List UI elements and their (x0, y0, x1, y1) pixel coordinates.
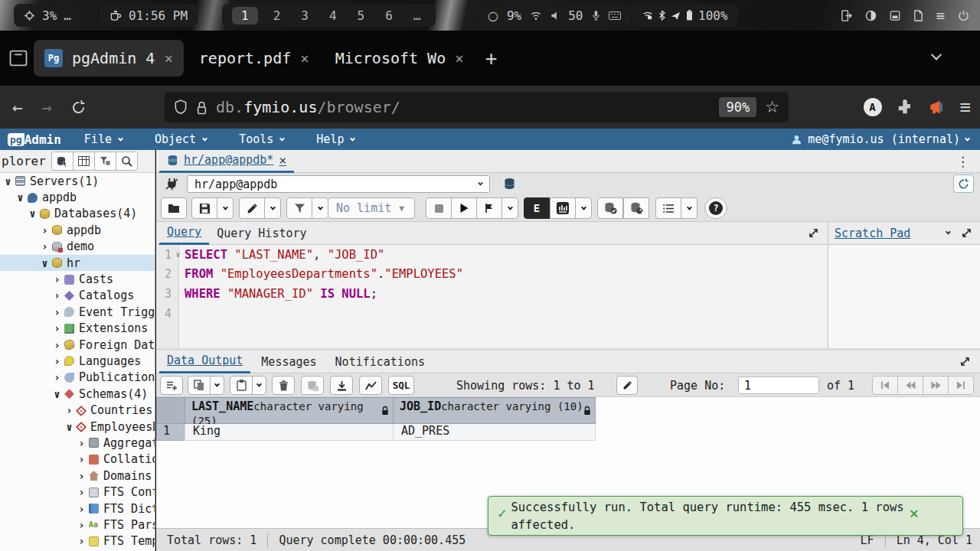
expand-icon[interactable]: › (51, 322, 63, 334)
notes-icon[interactable] (913, 10, 923, 21)
tree-item-languages[interactable]: ›Languages (0, 353, 155, 369)
expand-icon[interactable]: › (39, 224, 51, 236)
edit-options-chevron[interactable] (264, 197, 281, 219)
commit-button[interactable] (597, 197, 623, 219)
tree-item-schemas-4-[interactable]: ∨Schemas(4) (0, 386, 155, 402)
url-bar[interactable]: db.fymio.us/browser/ 90% ☆ (165, 92, 789, 122)
menu-file[interactable]: File (84, 132, 122, 146)
extensions-puzzle-icon[interactable] (897, 99, 913, 116)
expand-icon[interactable]: › (76, 535, 87, 547)
expand-icon[interactable]: › (76, 470, 87, 482)
tree-item-casts[interactable]: ›Casts (0, 271, 155, 287)
connect-server-button[interactable] (51, 152, 74, 171)
tree-item-demo[interactable]: ›demo (0, 239, 155, 255)
clock-widget[interactable]: 01:56 PM (100, 4, 198, 27)
explain-chevron[interactable] (575, 197, 592, 219)
workspace-6[interactable]: 6 (380, 8, 398, 24)
editor-line-4[interactable]: 4 (156, 304, 827, 324)
tree-item-publications[interactable]: ›Publications (0, 370, 155, 386)
collapse-icon[interactable]: ∨ (2, 175, 14, 187)
cpu-indicator[interactable]: 3% … (14, 4, 81, 27)
expand-icon[interactable]: › (64, 404, 75, 416)
tree-item-servers-1-[interactable]: ∨Servers(1) (0, 173, 155, 189)
tree-item-collations[interactable]: ›Collations (0, 452, 155, 468)
execute-button[interactable] (451, 197, 477, 219)
scratch-collapse-icon[interactable] (946, 230, 951, 235)
tree-item-domains[interactable]: ›Domains (0, 468, 155, 484)
edit-button[interactable] (239, 197, 265, 219)
forward-icon[interactable]: → (41, 97, 52, 117)
collapse-icon[interactable]: ∨ (15, 191, 26, 204)
expand-icon[interactable]: › (76, 486, 87, 498)
system-tray[interactable]: 100% (632, 4, 738, 27)
workspace-…[interactable]: … (408, 8, 426, 24)
expand-icon[interactable]: › (76, 519, 87, 531)
expand-icon[interactable]: › (76, 503, 87, 515)
expand-icon[interactable]: › (51, 306, 63, 318)
menu-tools[interactable]: Tools (239, 132, 284, 146)
account-menu[interactable]: me@fymio.us (internal) (791, 132, 969, 146)
menu-icon[interactable]: ≡ (936, 7, 945, 24)
tree-item-hr[interactable]: ∨hr (0, 255, 155, 271)
account-icon[interactable]: A (864, 98, 882, 116)
megaphone-extension-icon[interactable] (928, 99, 946, 116)
tab-close-icon[interactable]: × (164, 50, 172, 67)
search-objects-button[interactable] (116, 152, 138, 171)
scratch-pad-title[interactable]: Scratch Pad (835, 227, 910, 240)
tab-notifications[interactable]: Notifications (328, 350, 433, 373)
collapse-icon[interactable]: ∨ (51, 388, 63, 400)
tab-query[interactable]: Query (159, 222, 209, 245)
table-cell[interactable]: King (185, 424, 394, 441)
expand-query-panel-icon[interactable] (808, 227, 819, 239)
show-sql-button[interactable]: SQL (388, 376, 414, 395)
close-icon[interactable]: × (279, 153, 286, 168)
add-row-button[interactable] (160, 376, 183, 395)
expand-scratch-icon[interactable] (961, 227, 972, 239)
macros-button[interactable] (655, 197, 681, 219)
row-number[interactable]: 1 (156, 424, 185, 441)
open-file-button[interactable] (161, 197, 187, 219)
column-header-job_id[interactable]: JOB_IDcharacter varying (10) (393, 397, 596, 424)
tab-data-output[interactable]: Data Output (159, 350, 250, 373)
workspace-3[interactable]: 3 (296, 8, 314, 24)
tree-item-employeesdepartments[interactable]: ∨EmployeesDepartments (0, 419, 155, 435)
collapse-icon[interactable]: ∨ (39, 257, 51, 269)
expand-icon[interactable]: › (51, 355, 63, 367)
tab-list-chevron-icon[interactable] (931, 50, 942, 60)
theme-icon[interactable] (865, 10, 877, 21)
menu-help[interactable]: Help (316, 132, 354, 146)
tab-query-history[interactable]: Query History (209, 222, 314, 245)
tree-item-foreign-data-wrappers[interactable]: ›Foreign Data Wrappers (0, 337, 155, 353)
expand-icon[interactable]: › (76, 453, 87, 465)
table-row[interactable]: 1KingAD_PRES (156, 424, 596, 441)
help-button[interactable]: ? (704, 197, 727, 219)
tree-item-fts-dictionaries[interactable]: ›FTS Dictionaries (0, 500, 155, 517)
tree-item-fts-configurations[interactable]: ›FTS Configurations (0, 484, 155, 500)
tab-messages[interactable]: Messages (253, 350, 324, 373)
edit-range-pencil-button[interactable] (616, 376, 638, 395)
browser-menu-icon[interactable]: ≡ (960, 96, 971, 118)
expand-icon[interactable]: › (51, 371, 63, 383)
stop-button[interactable] (426, 197, 452, 219)
view-data-grid-button[interactable] (73, 152, 95, 171)
logout-icon[interactable] (841, 10, 852, 21)
tree-item-event-triggers[interactable]: ›Event Triggers (0, 304, 155, 320)
reload-icon[interactable] (70, 99, 87, 116)
scratch-pad-body[interactable] (828, 245, 980, 348)
tree-item-databases-4-[interactable]: ∨Databases(4) (0, 206, 155, 222)
explain-button[interactable]: E (524, 197, 550, 219)
filtered-rows-button[interactable] (94, 152, 116, 171)
tree-item-appdb[interactable]: ∨appdb (0, 189, 155, 205)
browser-tab-1[interactable]: PgpgAdmin 4× (34, 40, 184, 77)
paste-button[interactable] (230, 376, 253, 395)
tree-item-appdb[interactable]: ›appdb (0, 222, 155, 238)
reset-layout-button[interactable] (953, 174, 974, 193)
expand-icon[interactable]: › (51, 339, 63, 351)
menu-object[interactable]: Object (155, 132, 207, 146)
delete-row-button[interactable] (272, 376, 295, 395)
save-file-button[interactable] (191, 197, 217, 219)
column-header-last_name[interactable]: LAST_NAMEcharacter varying (25) (185, 397, 394, 424)
expand-icon[interactable]: › (39, 240, 51, 253)
editor-line-1[interactable]: 1∨SELECT "LAST_NAME", "JOB_ID" (156, 245, 827, 265)
storage-icon[interactable] (890, 10, 900, 21)
